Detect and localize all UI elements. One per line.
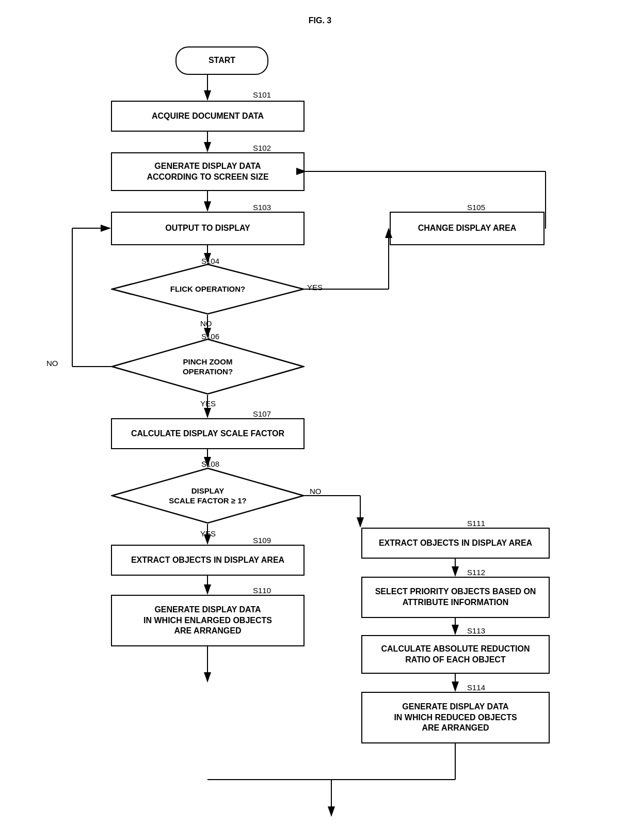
s113-box: CALCULATE ABSOLUTE REDUCTION RATIO OF EA… [361,635,550,674]
s106-diamond-container: PINCH ZOOM OPERATION? [111,338,305,395]
s114-label: S114 [467,683,485,692]
figure-title: FIG. 3 [309,15,331,26]
s103-text: OUTPUT TO DISPLAY [165,223,250,234]
yes3-label: YES [200,529,216,538]
s109-text: EXTRACT OBJECTS IN DISPLAY AREA [131,555,284,566]
s109-label: S109 [253,536,271,545]
s103-label: S103 [253,203,271,212]
s101-box: ACQUIRE DOCUMENT DATA [111,101,305,132]
no3-label: NO [310,487,322,496]
s111-box: EXTRACT OBJECTS IN DISPLAY AREA [361,528,550,559]
s107-box: CALCULATE DISPLAY SCALE FACTOR [111,418,305,449]
no2-label: NO [46,359,58,368]
s102-label: S102 [253,144,271,152]
no1-label: NO [200,319,212,328]
s111-text: EXTRACT OBJECTS IN DISPLAY AREA [379,538,532,549]
s110-label: S110 [253,586,271,595]
s108-diamond-container: DISPLAY SCALE FACTOR ≥ 1? [111,467,305,524]
yes1-label: YES [307,283,323,292]
start-label: START [209,55,235,66]
s112-box: SELECT PRIORITY OBJECTS BASED ON ATTRIBU… [361,577,550,618]
s105-box: CHANGE DISPLAY AREA [390,212,545,245]
yes2-label: YES [200,399,216,408]
s112-text: SELECT PRIORITY OBJECTS BASED ON ATTRIBU… [375,587,536,608]
s113-label: S113 [467,626,485,635]
s103-box: OUTPUT TO DISPLAY [111,212,305,245]
s104-diamond: FLICK OPERATION? [111,263,305,315]
s111-label: S111 [467,519,485,528]
s114-text: GENERATE DISPLAY DATA IN WHICH REDUCED O… [394,702,517,734]
s108-text: DISPLAY SCALE FACTOR ≥ 1? [111,467,305,524]
s101-label: S101 [253,90,271,99]
s102-box: GENERATE DISPLAY DATA ACCORDING TO SCREE… [111,152,305,191]
s114-box: GENERATE DISPLAY DATA IN WHICH REDUCED O… [361,692,550,743]
s107-text: CALCULATE DISPLAY SCALE FACTOR [131,429,284,439]
s110-text: GENERATE DISPLAY DATA IN WHICH ENLARGED … [143,605,272,637]
s105-text: CHANGE DISPLAY AREA [418,223,517,234]
s102-text: GENERATE DISPLAY DATA ACCORDING TO SCREE… [147,161,268,183]
s101-text: ACQUIRE DOCUMENT DATA [152,111,264,122]
diagram-container: FIG. 3 START S101 ACQUIRE DOCUMENT DATA … [0,0,640,840]
s107-label: S107 [253,409,271,418]
s110-box: GENERATE DISPLAY DATA IN WHICH ENLARGED … [111,595,305,646]
s109-box: EXTRACT OBJECTS IN DISPLAY AREA [111,545,305,576]
s108-diamond: DISPLAY SCALE FACTOR ≥ 1? [111,467,305,524]
s112-label: S112 [467,568,485,577]
start-shape: START [175,46,268,75]
s106-diamond: PINCH ZOOM OPERATION? [111,338,305,395]
s104-text: FLICK OPERATION? [111,263,305,315]
s105-label: S105 [467,203,485,212]
s113-text: CALCULATE ABSOLUTE REDUCTION RATIO OF EA… [381,644,530,665]
s106-text: PINCH ZOOM OPERATION? [111,338,305,395]
s104-diamond-container: FLICK OPERATION? [111,263,305,315]
